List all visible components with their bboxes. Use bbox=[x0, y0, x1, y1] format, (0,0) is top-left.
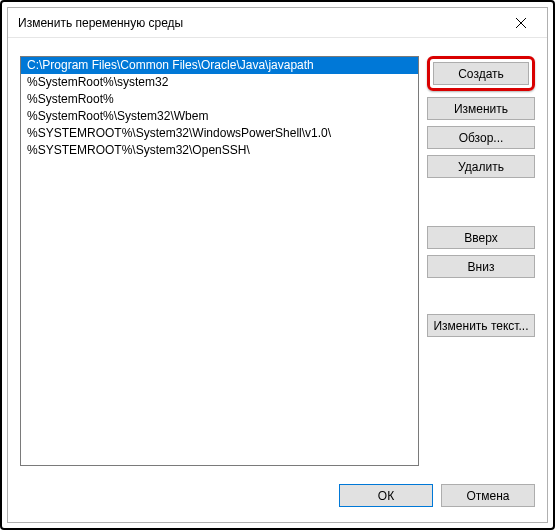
close-icon bbox=[516, 18, 526, 28]
list-item[interactable]: %SystemRoot%\System32\Wbem bbox=[21, 108, 418, 125]
side-button-column: Создать Изменить Обзор... Удалить Вверх … bbox=[427, 56, 535, 466]
ok-button[interactable]: ОК bbox=[339, 484, 433, 507]
edit-text-button[interactable]: Изменить текст... bbox=[427, 314, 535, 337]
dialog-window: Изменить переменную среды C:\Program Fil… bbox=[7, 7, 548, 523]
list-item[interactable]: %SYSTEMROOT%\System32\WindowsPowerShell\… bbox=[21, 125, 418, 142]
dialog-content: C:\Program Files\Common Files\Oracle\Jav… bbox=[8, 38, 547, 522]
list-item[interactable]: %SystemRoot% bbox=[21, 91, 418, 108]
delete-button[interactable]: Удалить bbox=[427, 155, 535, 178]
titlebar: Изменить переменную среды bbox=[8, 8, 547, 38]
spacer bbox=[427, 284, 535, 308]
spacer bbox=[427, 184, 535, 220]
create-button[interactable]: Создать bbox=[433, 62, 529, 85]
bottom-button-row: ОК Отмена bbox=[20, 484, 535, 507]
screenshot-frame: Изменить переменную среды C:\Program Fil… bbox=[0, 0, 555, 530]
path-list[interactable]: C:\Program Files\Common Files\Oracle\Jav… bbox=[20, 56, 419, 466]
list-item[interactable]: %SystemRoot%\system32 bbox=[21, 74, 418, 91]
move-up-button[interactable]: Вверх bbox=[427, 226, 535, 249]
browse-button[interactable]: Обзор... bbox=[427, 126, 535, 149]
list-item[interactable]: C:\Program Files\Common Files\Oracle\Jav… bbox=[21, 57, 418, 74]
edit-button[interactable]: Изменить bbox=[427, 97, 535, 120]
highlight-annotation: Создать bbox=[427, 56, 535, 91]
move-down-button[interactable]: Вниз bbox=[427, 255, 535, 278]
list-item[interactable]: %SYSTEMROOT%\System32\OpenSSH\ bbox=[21, 142, 418, 159]
window-title: Изменить переменную среды bbox=[18, 16, 183, 30]
close-button[interactable] bbox=[501, 10, 541, 36]
cancel-button[interactable]: Отмена bbox=[441, 484, 535, 507]
